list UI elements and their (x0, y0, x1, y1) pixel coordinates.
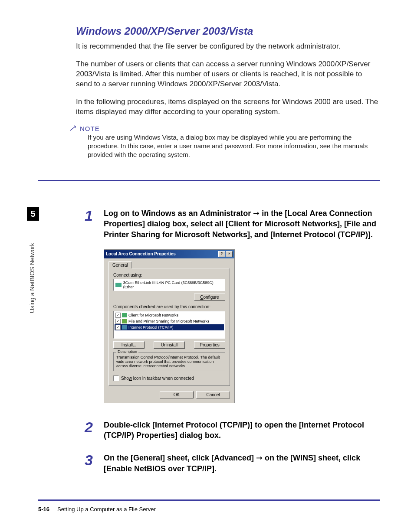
description-label: Description (116, 349, 138, 354)
arrow-icon: ➞ (253, 209, 260, 218)
cancel-button[interactable]: Cancel (196, 391, 230, 398)
page-number: 5-16 (38, 506, 49, 512)
dialog-body: General Connect using: 3Com EtherLink II… (104, 258, 234, 403)
configure-button[interactable]: Configure (194, 294, 225, 301)
properties-button[interactable]: Properties (194, 341, 225, 349)
paragraph-2: The number of users or clients that can … (76, 59, 380, 89)
section-heading: Windows 2000/XP/Server 2003/Vista (76, 25, 380, 37)
description-text: Transmission Control Protocol/Internet P… (116, 355, 222, 368)
components-label: Components checked are used by this conn… (113, 304, 225, 309)
divider-line (38, 180, 380, 181)
show-icon-label: Show icon in taskbar when connected (121, 376, 194, 381)
titlebar-buttons: ? × (218, 251, 233, 257)
install-button[interactable]: Install... (113, 341, 145, 349)
checkbox-icon[interactable]: ✓ (115, 325, 121, 330)
footer-divider (38, 499, 380, 501)
footer-title: Setting Up a Computer as a File Server (57, 506, 156, 512)
close-button[interactable]: × (226, 251, 233, 257)
checkbox-icon[interactable]: ✓ (115, 319, 121, 324)
paragraph-3: In the following procedures, items displ… (76, 97, 380, 117)
dialog-titlebar: Local Area Connection Properties ? × (104, 250, 234, 258)
step-3: 3 On the [General] sheet, click [Advance… (85, 453, 380, 474)
note-label: NOTE (69, 125, 380, 132)
components-list[interactable]: ✓ Client for Microsoft Networks ✓ File a… (113, 311, 225, 339)
step-2-text: Double-click [Internet Protocol (TCP/IP)… (104, 420, 380, 441)
step-1-text: Log on to Windows as an Administrator ➞ … (104, 208, 380, 240)
description-fieldset: Description Transmission Control Protoco… (113, 352, 225, 371)
adapter-name: 3Com EtherLink III LAN PC Card (3C589B/3… (123, 281, 223, 289)
uninstall-button[interactable]: Uninstall (154, 341, 185, 349)
arrow-icon: ➞ (256, 454, 263, 462)
show-icon-row[interactable]: Show icon in taskbar when connected (113, 375, 225, 381)
checkbox-empty-icon[interactable] (113, 375, 119, 381)
step-number-1: 1 (85, 208, 96, 223)
step-2: 2 Double-click [Internet Protocol (TCP/I… (85, 420, 380, 441)
component-proto-label: Internet Protocol (TCP/IP) (128, 325, 174, 330)
component-buttons: Install... Uninstall Properties (113, 341, 225, 349)
tab-panel: Connect using: 3Com EtherLink III LAN PC… (108, 268, 230, 386)
component-client-label: Client for Microsoft Networks (128, 313, 178, 317)
chapter-title: Using a NetBIOS Network (29, 226, 36, 313)
adapter-box: 3Com EtherLink III LAN PC Card (3C589B/3… (113, 279, 225, 291)
main-content: Windows 2000/XP/Server 2003/Vista It is … (76, 25, 380, 159)
paragraph-1: It is recommended that the file server b… (76, 42, 380, 52)
connect-using-label: Connect using: (113, 273, 225, 277)
protocol-icon (122, 325, 127, 330)
step-3-text: On the [General] sheet, click [Advanced]… (104, 453, 380, 474)
step-1: 1 Log on to Windows as an Administrator … (85, 208, 380, 240)
help-button[interactable]: ? (218, 251, 225, 257)
chapter-number-box: 5 (27, 207, 39, 221)
checkbox-icon[interactable]: ✓ (115, 313, 121, 318)
share-icon (122, 319, 127, 323)
nic-icon (115, 283, 122, 287)
step-3-text-a: On the [General] sheet, click [Advanced] (104, 454, 256, 462)
note-section: NOTE If you are using Windows Vista, a d… (69, 125, 380, 160)
step-number-3: 3 (85, 453, 96, 467)
component-client[interactable]: ✓ Client for Microsoft Networks (115, 312, 224, 318)
configure-row: Configure (113, 294, 225, 301)
dialog-footer: OK Cancel (108, 391, 230, 398)
component-share-label: File and Printer Sharing for Microsoft N… (128, 319, 210, 323)
dialog-title: Local Area Connection Properties (106, 251, 176, 256)
note-text: If you are using Windows Vista, a dialog… (88, 133, 372, 160)
tab-general[interactable]: General (108, 261, 132, 268)
component-proto[interactable]: ✓ Internet Protocol (TCP/IP) (115, 324, 224, 330)
component-share[interactable]: ✓ File and Printer Sharing for Microsoft… (115, 318, 224, 324)
dialog-screenshot: Local Area Connection Properties ? × Gen… (104, 249, 235, 403)
step-1-text-a: Log on to Windows as an Administrator (104, 209, 253, 218)
page-footer: 5-16 Setting Up a Computer as a File Ser… (38, 506, 156, 512)
note-label-text: NOTE (80, 125, 100, 132)
note-icon (69, 125, 77, 131)
step-number-2: 2 (85, 420, 96, 434)
client-icon (122, 313, 127, 317)
ok-button[interactable]: OK (160, 391, 194, 398)
sidebar: 5 Using a NetBIOS Network (27, 207, 40, 320)
